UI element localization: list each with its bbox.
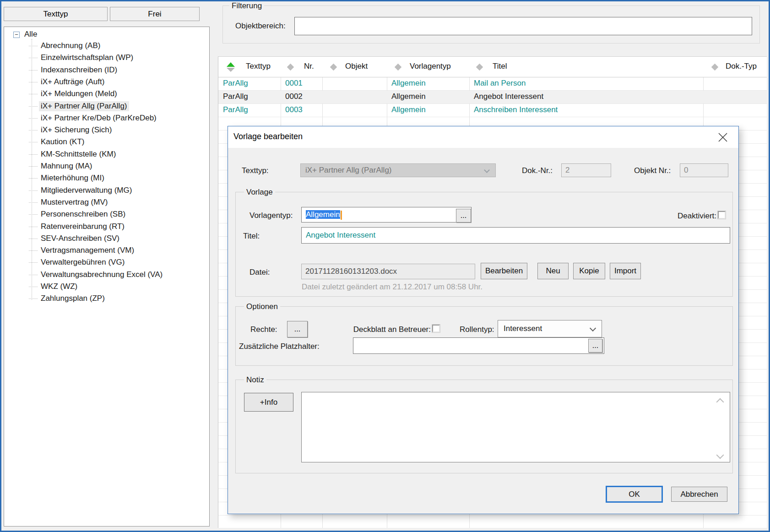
- import-button[interactable]: Import: [610, 263, 641, 279]
- tree-item[interactable]: Mitgliederverwaltung (MG): [4, 185, 209, 196]
- vorlagentyp-label: Vorlagentyp:: [249, 211, 293, 220]
- objektbereich-label: Objektbereich:: [235, 22, 286, 31]
- vorlagentyp-browse-button[interactable]: ...: [456, 209, 471, 223]
- titel-label: Titel:: [243, 232, 260, 241]
- texttyp-tree[interactable]: − Alle Abrechnung (AB)Einzelwirtschaftsp…: [4, 27, 210, 527]
- table-cell: 0002: [285, 92, 303, 101]
- tree-item-label: Mustervertrag (MV): [39, 197, 109, 207]
- tree-item[interactable]: iX+ Meldungen (Meld): [4, 88, 209, 99]
- notiz-textarea[interactable]: [301, 392, 730, 462]
- tree-item[interactable]: Kaution (KT): [4, 136, 209, 147]
- tree-item[interactable]: Vertragsmanagement (VM): [4, 245, 209, 256]
- deckblatt-checkbox[interactable]: [432, 325, 440, 332]
- tree-connector: [29, 202, 38, 203]
- tree-item[interactable]: iX+ Partner Kre/Deb (ParKreDeb): [4, 113, 209, 124]
- tree-item[interactable]: Zahlungsplan (ZP): [4, 293, 209, 304]
- table-cell: Allgemein: [391, 79, 426, 88]
- tree-item[interactable]: iX+ Sicherung (Sich): [4, 125, 209, 136]
- tree-item[interactable]: Verwaltergebühren (VG): [4, 257, 209, 268]
- table-cell: ParAllg: [223, 79, 248, 88]
- optionen-group-label: Optionen: [244, 302, 280, 311]
- platzhalter-browse-button[interactable]: ...: [588, 339, 602, 353]
- dialog-title: Vorlage bearbeiten: [233, 132, 303, 141]
- table-cell: Allgemein: [391, 92, 426, 101]
- tree-root-node[interactable]: − Alle: [4, 29, 209, 41]
- table-row[interactable]: ParAllg0002AllgemeinAngebot Interessent: [218, 91, 767, 103]
- titel-input[interactable]: [301, 227, 730, 244]
- tree-item[interactable]: Mieterhöhung (MI): [4, 173, 209, 184]
- tree-item[interactable]: Abrechnung (AB): [4, 40, 209, 51]
- close-icon[interactable]: [716, 130, 730, 144]
- table-row[interactable]: ParAllg0001AllgemeinMail an Person: [218, 77, 767, 90]
- vorlagentyp-value: Allgemein: [306, 210, 340, 219]
- tree-item[interactable]: Mustervertrag (MV): [4, 197, 209, 208]
- tree-item-label: Indexanschreiben (ID): [39, 65, 119, 75]
- tree-item[interactable]: iX+ Partner Allg (ParAllg): [4, 101, 209, 112]
- ok-button[interactable]: OK: [606, 486, 663, 503]
- filterung-group: Filterung Objektbereich:: [222, 5, 760, 43]
- tree-item[interactable]: Ratenvereinbarung (RT): [4, 221, 209, 232]
- tree-item[interactable]: WKZ (WZ): [4, 281, 209, 292]
- tree-connector: [29, 214, 38, 215]
- table-row[interactable]: ParAllg0003AllgemeinAnschreiben Interess…: [218, 104, 767, 117]
- tree-item[interactable]: Einzelwirtschaftsplan (WP): [4, 52, 209, 63]
- tree-item[interactable]: SEV-Anschreiben (SV): [4, 233, 209, 244]
- column-header-dok-typ[interactable]: Dok.-Typ: [703, 57, 767, 77]
- objekt-nr-field: 0: [680, 163, 728, 177]
- column-header-nr[interactable]: Nr.: [281, 57, 322, 77]
- column-header-texttyp[interactable]: Texttyp: [218, 57, 281, 77]
- tree-connector: [29, 130, 38, 130]
- abbrechen-button[interactable]: Abbrechen: [671, 487, 727, 502]
- sort-ascending-icon: [227, 62, 235, 72]
- tree-item[interactable]: KM-Schnittstelle (KM): [4, 149, 209, 160]
- tree-item-label: SEV-Anschreiben (SV): [39, 233, 121, 244]
- tree-item-label: Mitgliederverwaltung (MG): [39, 185, 134, 195]
- column-header-vorlagentyp[interactable]: Vorlagentyp: [387, 57, 469, 77]
- tree-connector: [29, 166, 38, 167]
- tree-item[interactable]: Mahnung (MA): [4, 161, 209, 172]
- tree-connector: [29, 262, 38, 263]
- kopie-button[interactable]: Kopie: [573, 263, 605, 279]
- table-cell: Angebot Interessent: [474, 92, 543, 101]
- vorlage-group-label: Vorlage: [244, 188, 275, 197]
- objektbereich-input[interactable]: [294, 17, 752, 35]
- tree-collapse-icon[interactable]: −: [13, 32, 20, 38]
- tree-item[interactable]: iX+ Aufträge (Auft): [4, 76, 209, 87]
- texttyp-dropdown: iX+ Partner Allg (ParAllg): [300, 163, 496, 177]
- platzhalter-input[interactable]: [353, 337, 604, 354]
- filterung-group-label: Filterung: [229, 1, 264, 11]
- tree-item-label: Ratenvereinbarung (RT): [39, 222, 126, 232]
- tree-connector: [29, 94, 38, 94]
- texttyp-tab-button[interactable]: Texttyp: [4, 7, 108, 21]
- deaktiviert-checkbox[interactable]: [718, 211, 726, 219]
- column-diamond-icon: [287, 64, 294, 71]
- notiz-group: Notiz +Info: [235, 380, 733, 473]
- info-button[interactable]: +Info: [244, 393, 293, 412]
- frei-tab-button[interactable]: Frei: [110, 7, 200, 21]
- tree-item-label: Verwaltungsabrechnung Excel (VA): [39, 270, 164, 280]
- tree-item[interactable]: Indexanschreiben (ID): [4, 65, 209, 76]
- table-header: Texttyp Nr. Objekt Vorlagentyp Titel Dok…: [218, 57, 767, 77]
- texttyp-label: Texttyp:: [242, 166, 269, 175]
- column-header-objekt[interactable]: Objekt: [322, 57, 387, 77]
- datei-field: 20171128160131203.docx: [301, 264, 475, 279]
- tree-item[interactable]: Verwaltungsabrechnung Excel (VA): [4, 269, 209, 280]
- column-header-titel[interactable]: Titel: [469, 57, 703, 77]
- tree-connector: [29, 70, 38, 71]
- bearbeiten-button[interactable]: Bearbeiten: [481, 263, 527, 279]
- neu-button[interactable]: Neu: [537, 263, 569, 279]
- tree-connector: [29, 58, 38, 58]
- rollentyp-dropdown[interactable]: Interessent: [498, 320, 602, 337]
- tree-item-label: Zahlungsplan (ZP): [39, 293, 107, 304]
- vorlagentyp-input[interactable]: Allgemein: [301, 207, 472, 223]
- tree-item-label: Vertragsmanagement (VM): [39, 245, 136, 255]
- dialog-titlebar[interactable]: Vorlage bearbeiten: [228, 126, 738, 148]
- tree-connector: [29, 190, 38, 191]
- tree-connector: [29, 299, 38, 299]
- tree-item[interactable]: Personenschreiben (SB): [4, 209, 209, 220]
- deckblatt-label: Deckblatt an Betreuer:: [347, 325, 431, 334]
- rechte-browse-button[interactable]: ...: [287, 321, 308, 337]
- tree-connector: [29, 154, 38, 155]
- tree-item-label: iX+ Meldungen (Meld): [39, 89, 119, 99]
- tree-item-label: Mieterhöhung (MI): [39, 173, 106, 183]
